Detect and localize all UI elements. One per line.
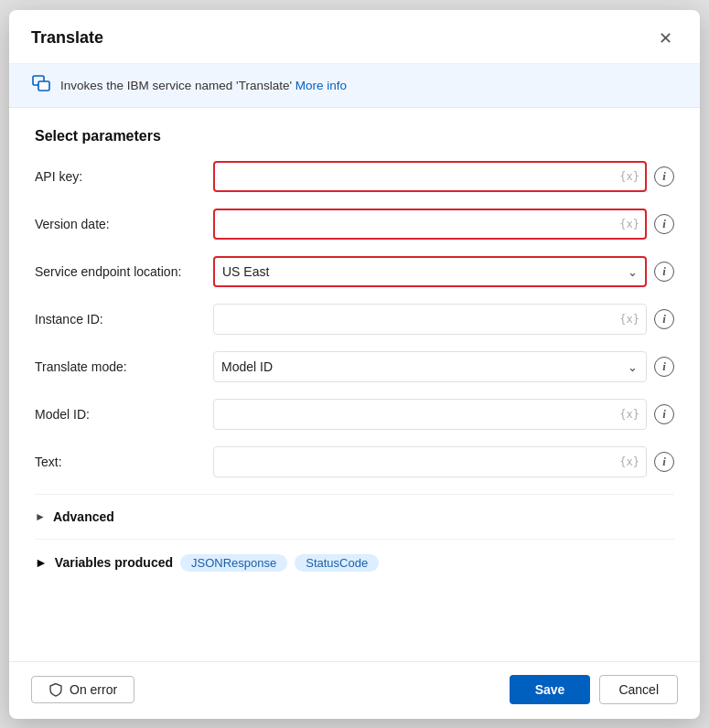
service-endpoint-control: US East US South EU Frankfurt EU London … — [213, 256, 674, 287]
divider-variables — [35, 539, 674, 540]
version-date-control: {x} i — [213, 209, 674, 240]
svg-rect-1 — [38, 81, 49, 91]
cancel-button[interactable]: Cancel — [599, 675, 678, 704]
section-title: Select parameters — [35, 128, 674, 145]
info-banner: Invokes the IBM service named 'Translate… — [9, 64, 700, 108]
translate-mode-label: Translate mode: — [35, 359, 213, 374]
api-key-input[interactable] — [213, 161, 647, 192]
dialog-footer: On error Save Cancel — [9, 661, 700, 719]
dialog-header: Translate ✕ — [9, 10, 700, 64]
variable-badge-statuscode: StatusCode — [295, 554, 379, 572]
close-button[interactable]: ✕ — [653, 27, 678, 50]
service-endpoint-select-wrapper: US East US South EU Frankfurt EU London … — [213, 256, 647, 287]
instance-id-input[interactable] — [213, 304, 647, 335]
api-key-label: API key: — [35, 169, 213, 184]
translate-mode-row: Translate mode: Model ID Language pair ⌄… — [35, 351, 674, 382]
translate-service-icon — [31, 73, 51, 98]
translate-mode-control: Model ID Language pair ⌄ i — [213, 351, 674, 382]
service-endpoint-select[interactable]: US East US South EU Frankfurt EU London … — [213, 256, 647, 287]
text-input-wrapper: {x} — [213, 446, 647, 477]
instance-id-control: {x} i — [213, 304, 674, 335]
api-key-info-icon: i — [654, 166, 674, 187]
text-control: {x} i — [213, 446, 674, 477]
text-label: Text: — [35, 455, 213, 469]
version-date-label: Version date: — [35, 217, 213, 231]
shield-icon — [48, 682, 63, 697]
text-input[interactable] — [213, 446, 647, 477]
api-key-input-wrapper: {x} — [213, 161, 647, 192]
save-button[interactable]: Save — [510, 675, 591, 704]
api-key-row: API key: {x} i — [35, 161, 674, 192]
dialog-body: Select parameters API key: {x} i Version… — [9, 108, 700, 661]
instance-id-label: Instance ID: — [35, 312, 213, 327]
model-id-label: Model ID: — [35, 407, 213, 422]
variables-chevron-icon: ► — [35, 555, 48, 570]
advanced-label: Advanced — [53, 509, 114, 524]
variables-row: ► Variables produced JSONResponse Status… — [35, 547, 674, 575]
translate-mode-info-icon: i — [654, 357, 674, 377]
version-date-info-icon: i — [654, 214, 674, 234]
instance-id-info-icon: i — [654, 309, 674, 329]
variable-badge-jsonresponse: JSONResponse — [180, 554, 287, 572]
translate-mode-select-wrapper: Model ID Language pair ⌄ — [213, 351, 647, 382]
divider-advanced — [35, 494, 674, 495]
model-id-input[interactable] — [213, 399, 647, 430]
instance-id-row: Instance ID: {x} i — [35, 304, 674, 335]
service-endpoint-row: Service endpoint location: US East US So… — [35, 256, 674, 287]
instance-id-input-wrapper: {x} — [213, 304, 647, 335]
model-id-row: Model ID: {x} i — [35, 399, 674, 430]
dialog-title: Translate — [31, 28, 103, 48]
on-error-button[interactable]: On error — [31, 676, 134, 703]
api-key-control: {x} i — [213, 161, 674, 192]
model-id-info-icon: i — [654, 404, 674, 424]
service-endpoint-label: Service endpoint location: — [35, 264, 213, 279]
model-id-input-wrapper: {x} — [213, 399, 647, 430]
service-endpoint-info-icon: i — [654, 262, 674, 282]
version-date-row: Version date: {x} i — [35, 209, 674, 240]
footer-actions: Save Cancel — [510, 675, 678, 704]
variables-label: Variables produced — [55, 555, 173, 570]
translate-dialog: Translate ✕ Invokes the IBM service name… — [9, 10, 700, 719]
more-info-link[interactable]: More info — [295, 79, 347, 92]
version-date-input[interactable] — [213, 209, 647, 240]
text-info-icon: i — [654, 452, 674, 472]
translate-mode-select[interactable]: Model ID Language pair — [213, 351, 647, 382]
version-date-input-wrapper: {x} — [213, 209, 647, 240]
advanced-chevron-icon: ► — [35, 510, 46, 523]
advanced-row[interactable]: ► Advanced — [35, 502, 674, 531]
model-id-control: {x} i — [213, 399, 674, 430]
info-banner-text: Invokes the IBM service named 'Translate… — [60, 79, 347, 92]
text-row: Text: {x} i — [35, 446, 674, 477]
